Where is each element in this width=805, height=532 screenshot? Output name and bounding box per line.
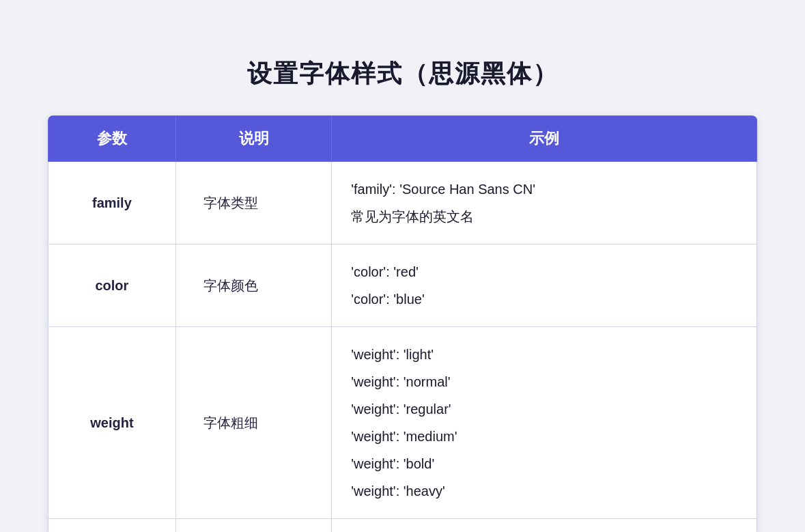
cell-examples: 'color': 'red''color': 'blue'	[332, 244, 757, 327]
table-row: weight字体粗细'weight': 'light''weight': 'no…	[48, 327, 757, 519]
col-header-desc: 说明	[175, 116, 331, 162]
example-line: 'weight': 'normal'	[351, 368, 737, 395]
cell-examples: 'weight': 'light''weight': 'normal''weig…	[332, 327, 757, 519]
example-line: 'weight': 'heavy'	[351, 477, 737, 505]
cell-desc: 字体颜色	[175, 244, 331, 327]
cell-desc: 字体类型	[175, 162, 331, 244]
data-table: 参数 说明 示例 family字体类型'family': 'Source Han…	[48, 115, 757, 532]
col-header-example: 示例	[332, 116, 757, 162]
example-line: 'weight': 'light'	[351, 341, 737, 368]
cell-param: fontsize	[48, 519, 176, 533]
cell-param: family	[48, 162, 176, 244]
cell-param: weight	[48, 327, 176, 519]
table-row: family字体类型'family': 'Source Han Sans CN'…	[48, 162, 757, 244]
cell-desc: 字体粗细	[175, 327, 331, 519]
table-row: fontsize字体大小'fontsize': 16	[48, 519, 757, 533]
page-title: 设置字体样式（思源黑体）	[247, 57, 559, 91]
col-header-param: 参数	[48, 116, 176, 162]
table-row: color字体颜色'color': 'red''color': 'blue'	[48, 244, 757, 327]
example-line: 常见为字体的英文名	[351, 203, 737, 230]
example-line: 'weight': 'medium'	[351, 423, 737, 450]
example-line: 'weight': 'regular'	[351, 395, 737, 423]
example-line: 'weight': 'bold'	[351, 450, 737, 477]
cell-examples: 'family': 'Source Han Sans CN'常见为字体的英文名	[332, 162, 757, 244]
table-wrapper: 参数 说明 示例 family字体类型'family': 'Source Han…	[48, 115, 757, 532]
example-line: 'color': 'red'	[351, 258, 737, 285]
cell-desc: 字体大小	[175, 519, 331, 533]
cell-examples: 'fontsize': 16	[332, 519, 757, 533]
cell-param: color	[48, 244, 176, 327]
example-line: 'family': 'Source Han Sans CN'	[351, 176, 737, 203]
example-line: 'color': 'blue'	[351, 285, 737, 313]
